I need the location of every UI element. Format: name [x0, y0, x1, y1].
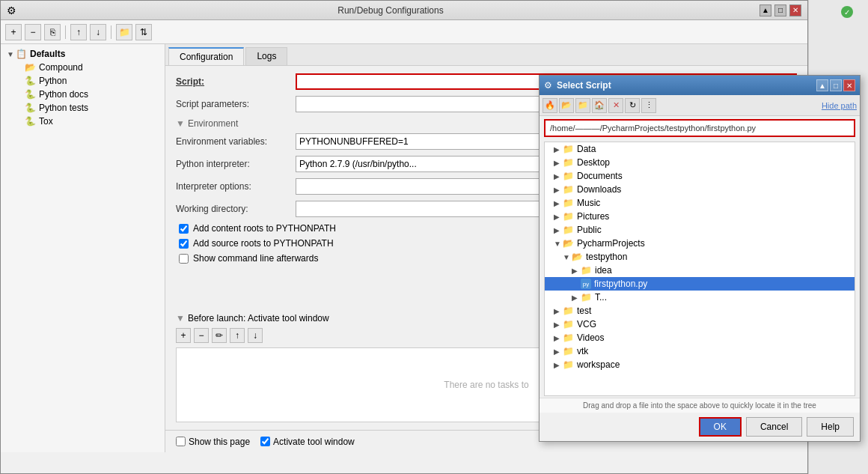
arrow-videos: ▶	[554, 334, 563, 342]
arrow-pictures: ▶	[554, 213, 563, 221]
dialog-forward-button[interactable]: 📂	[559, 98, 574, 113]
dialog-back-button[interactable]: 🔥	[542, 98, 557, 113]
folder-idea-icon: 📁	[581, 265, 592, 276]
arrow-workspace: ▶	[554, 361, 563, 369]
tree-label-testpython: testpython	[586, 252, 627, 262]
tree-label-vtk: vtk	[577, 346, 588, 356]
tree-item-test[interactable]: ▶ 📁 test	[545, 304, 855, 317]
tree-item-public[interactable]: ▶ 📁 Public	[545, 223, 855, 237]
folder-documents-icon: 📁	[563, 171, 574, 181]
arrow-desktop: ▶	[554, 159, 563, 167]
tree-label-desktop: Desktop	[577, 157, 610, 168]
tree-item-testpython[interactable]: ▼ 📂 testpython	[545, 250, 855, 264]
hide-path-link[interactable]: Hide path	[822, 101, 857, 110]
arrow-pycharmprojects: ▼	[554, 240, 563, 248]
tree-item-workspace[interactable]: ▶ 📁 workspace	[545, 358, 855, 371]
dialog-title-left: ⚙ Select Script	[544, 80, 611, 91]
folder-downloads-icon: 📁	[563, 184, 574, 195]
dialog-title-text: Select Script	[557, 80, 611, 91]
tree-label-data: Data	[577, 144, 596, 154]
folder-music-icon: 📁	[563, 198, 574, 208]
folder-workspace-icon: 📁	[563, 359, 574, 370]
dialog-up-button[interactable]: 📁	[575, 98, 590, 113]
dialog-buttons: OK Cancel Help	[540, 413, 860, 441]
tree-item-vcg[interactable]: ▶ 📁 VCG	[545, 317, 855, 331]
tree-item-idea[interactable]: ▶ 📁 idea	[545, 264, 855, 277]
arrow-vtk: ▶	[554, 347, 563, 356]
dialog-refresh-button[interactable]: ↻	[625, 98, 640, 113]
folder-data-icon: 📁	[563, 144, 574, 154]
help-button[interactable]: Help	[807, 417, 854, 437]
tree-item-videos[interactable]: ▶ 📁 Videos	[545, 331, 855, 344]
folder-t-icon: 📁	[581, 292, 592, 303]
tree-item-t-folder[interactable]: ▶ 📁 T...	[545, 291, 855, 304]
tree-label-pictures: Pictures	[577, 211, 609, 222]
tree-item-downloads[interactable]: ▶ 📁 Downloads	[545, 183, 855, 196]
tree-label-vcg: VCG	[577, 319, 596, 329]
arrow-documents: ▶	[554, 172, 563, 180]
folder-desktop-icon: 📁	[563, 157, 574, 168]
tree-label-workspace: workspace	[577, 359, 620, 370]
arrow-idea: ▶	[572, 267, 581, 275]
tree-label-pycharmprojects: PycharmProjects	[577, 238, 645, 249]
tree-label-music: Music	[577, 198, 600, 208]
arrow-music: ▶	[554, 199, 563, 207]
tree-item-vtk[interactable]: ▶ 📁 vtk	[545, 344, 855, 358]
dialog-toolbar: 🔥 📂 📁 🏠 ✕ ↻ ⋮ Hide path	[540, 95, 860, 116]
script-file-tree: ▶ 📁 Data ▶ 📁 Desktop ▶ 📁 Documents ▶ 📁 D…	[544, 142, 855, 396]
tree-item-desktop[interactable]: ▶ 📁 Desktop	[545, 156, 855, 169]
folder-vcg-icon: 📁	[563, 319, 574, 329]
ok-button[interactable]: OK	[699, 417, 742, 437]
dialog-minimize-button[interactable]: ▲	[816, 79, 828, 91]
tree-label-public: Public	[577, 225, 602, 235]
arrow-data: ▶	[554, 145, 563, 154]
dialog-toolbar-buttons: 🔥 📂 📁 🏠 ✕ ↻ ⋮	[542, 98, 656, 113]
dialog-close-button[interactable]: ✕	[843, 79, 855, 91]
tree-label-videos: Videos	[577, 332, 604, 343]
select-script-dialog: ⚙ Select Script ▲ □ ✕ 🔥 📂 📁 🏠 ✕ ↻ ⋮ Hide…	[539, 75, 861, 442]
arrow-vcg: ▶	[554, 320, 563, 329]
dialog-title-bar: ⚙ Select Script ▲ □ ✕	[540, 76, 860, 95]
arrow-downloads: ▶	[554, 186, 563, 194]
tree-label-downloads: Downloads	[577, 184, 621, 195]
dialog-delete-button[interactable]: ✕	[608, 98, 623, 113]
tree-label-t-folder: T...	[595, 292, 607, 303]
tree-item-music[interactable]: ▶ 📁 Music	[545, 196, 855, 210]
dialog-more-button[interactable]: ⋮	[641, 98, 656, 113]
folder-test-icon: 📁	[563, 306, 574, 316]
arrow-t-folder: ▶	[572, 294, 581, 302]
folder-videos-icon: 📁	[563, 332, 574, 343]
folder-pictures-icon: 📁	[563, 211, 574, 222]
folder-pycharmprojects-icon: 📂	[563, 238, 574, 249]
dialog-home-button[interactable]: 🏠	[592, 98, 607, 113]
folder-testpython-icon: 📂	[572, 252, 583, 262]
arrow-public: ▶	[554, 226, 563, 234]
tree-item-documents[interactable]: ▶ 📁 Documents	[545, 169, 855, 183]
arrow-testpython: ▼	[563, 253, 572, 261]
tree-item-data[interactable]: ▶ 📁 Data	[545, 142, 855, 156]
tree-item-firstpython[interactable]: py firstpython.py	[545, 277, 855, 291]
folder-public-icon: 📁	[563, 225, 574, 235]
tree-label-test: test	[577, 306, 591, 316]
dialog-app-icon: ⚙	[544, 80, 552, 91]
tree-label-idea: idea	[595, 265, 612, 276]
dialog-maximize-button[interactable]: □	[830, 79, 842, 91]
tree-item-pictures[interactable]: ▶ 📁 Pictures	[545, 210, 855, 223]
dialog-hint: Drag and drop a file into the space abov…	[540, 398, 860, 413]
tree-label-documents: Documents	[577, 171, 623, 181]
tree-item-pycharmprojects[interactable]: ▼ 📂 PycharmProjects	[545, 237, 855, 250]
folder-vtk-icon: 📁	[563, 346, 574, 356]
tree-label-firstpython: firstpython.py	[594, 279, 647, 289]
dialog-overlay: ⚙ Select Script ▲ □ ✕ 🔥 📂 📁 🏠 ✕ ↻ ⋮ Hide…	[0, 0, 868, 474]
dialog-title-icons: ▲ □ ✕	[816, 79, 855, 91]
python-file-icon: py	[581, 279, 591, 289]
script-path-input[interactable]	[544, 119, 855, 137]
cancel-button[interactable]: Cancel	[746, 417, 802, 437]
arrow-test: ▶	[554, 307, 563, 315]
